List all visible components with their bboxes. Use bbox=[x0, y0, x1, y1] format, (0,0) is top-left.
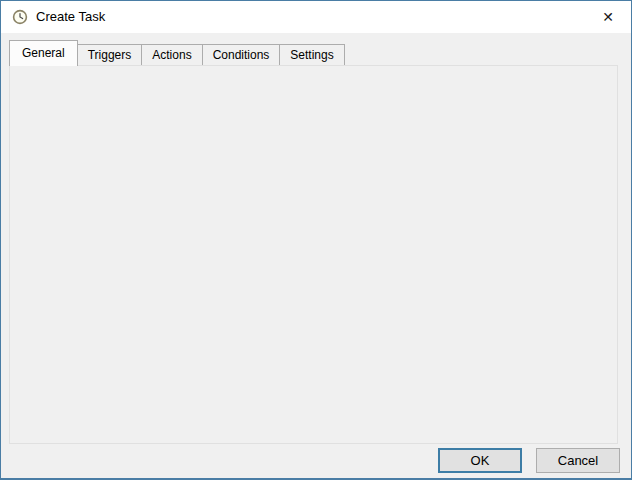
cancel-button[interactable]: Cancel bbox=[536, 448, 620, 473]
tab-triggers[interactable]: Triggers bbox=[77, 44, 143, 66]
tab-settings[interactable]: Settings bbox=[279, 44, 344, 66]
general-tab-page bbox=[9, 65, 618, 444]
title-bar: Create Task ✕ bbox=[1, 1, 631, 33]
tab-conditions[interactable]: Conditions bbox=[202, 44, 281, 66]
tab-general[interactable]: General bbox=[9, 40, 78, 66]
create-task-dialog: Create Task ✕ General Triggers Actions C… bbox=[0, 0, 632, 480]
tab-actions[interactable]: Actions bbox=[141, 44, 202, 66]
close-button[interactable]: ✕ bbox=[585, 1, 631, 33]
window-title: Create Task bbox=[36, 9, 105, 24]
tab-strip: General Triggers Actions Conditions Sett… bbox=[9, 43, 344, 66]
ok-button[interactable]: OK bbox=[438, 448, 522, 473]
task-scheduler-clock-icon bbox=[12, 9, 28, 25]
close-icon: ✕ bbox=[602, 10, 614, 24]
